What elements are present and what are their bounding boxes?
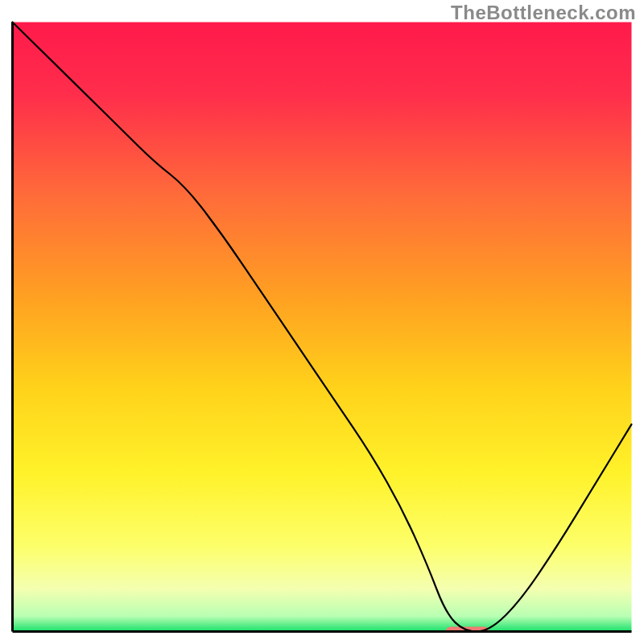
bottleneck-chart	[11, 21, 633, 633]
chart-container: TheBottleneck.com	[0, 0, 644, 644]
